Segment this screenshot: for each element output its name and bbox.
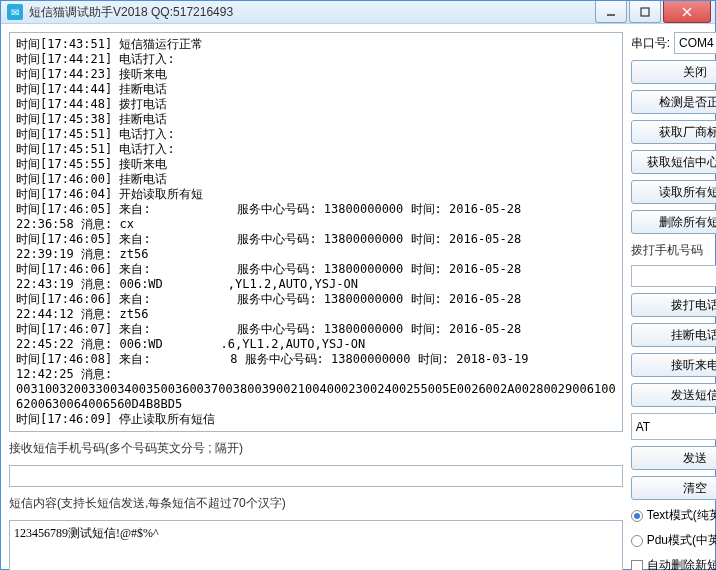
pdu-mode-radio-row[interactable]: Pdu模式(中英文) [631,531,716,550]
dial-label: 拨打手机号码 [631,240,716,259]
recv-numbers-input[interactable] [9,465,623,487]
delete-all-button[interactable]: 删除所有短信 [631,210,716,234]
smsc-button[interactable]: 获取短信中心号码 [631,150,716,174]
client-area: 时间[17:43:51] 短信猫运行正常 时间[17:44:21] 电话打入: … [1,24,715,570]
port-label: 串口号: [631,35,670,52]
content-label: 短信内容(支持长短信发送,每条短信不超过70个汉字) [9,493,623,514]
send-sms-button[interactable]: 发送短信 [631,383,716,407]
text-mode-label: Text模式(纯英文) [647,507,716,524]
port-combo[interactable]: COM4 [674,32,716,54]
cmd-value: AT [636,420,650,434]
hangup-button[interactable]: 挂断电话 [631,323,716,347]
minimize-button[interactable] [595,1,627,23]
left-panel: 时间[17:43:51] 短信猫运行正常 时间[17:44:21] 电话打入: … [9,32,623,570]
titlebar: ✉ 短信猫调试助手V2018 QQ:517216493 [1,1,715,24]
svg-rect-1 [641,8,649,16]
dial-number-input[interactable] [631,265,716,287]
send-button[interactable]: 发送 [631,446,716,470]
radio-icon [631,535,643,547]
autodel-label: 自动删除新短信 [647,557,716,570]
pdu-mode-label: Pdu模式(中英文) [647,532,716,549]
app-window: ✉ 短信猫调试助手V2018 QQ:517216493 时间[17:43:51]… [0,0,716,570]
answer-button[interactable]: 接听来电 [631,353,716,377]
radio-icon [631,510,643,522]
read-all-button[interactable]: 读取所有短信 [631,180,716,204]
window-controls [593,1,715,23]
text-mode-radio-row[interactable]: Text模式(纯英文) [631,506,716,525]
port-value: COM4 [679,36,714,50]
close-button[interactable] [663,1,711,23]
close-port-button[interactable]: 关闭 [631,60,716,84]
app-icon: ✉ [7,4,23,20]
check-button[interactable]: 检测是否正常 [631,90,716,114]
cmd-combo[interactable]: AT [631,413,716,440]
port-row: 串口号: COM4 [631,32,716,54]
recv-label: 接收短信手机号码(多个号码英文分号 ; 隔开) [9,438,623,459]
vendor-button[interactable]: 获取厂商标识 [631,120,716,144]
autodel-check-row[interactable]: 自动删除新短信 [631,556,716,570]
sms-content-input[interactable] [9,520,623,570]
log-output[interactable]: 时间[17:43:51] 短信猫运行正常 时间[17:44:21] 电话打入: … [9,32,623,432]
window-title: 短信猫调试助手V2018 QQ:517216493 [29,4,593,21]
checkbox-icon [631,560,643,571]
clear-button[interactable]: 清空 [631,476,716,500]
right-panel: 串口号: COM4 关闭 检测是否正常 获取厂商标识 获取短信中心号码 读取所有… [631,32,716,570]
dial-button[interactable]: 拨打电话 [631,293,716,317]
maximize-button[interactable] [629,1,661,23]
